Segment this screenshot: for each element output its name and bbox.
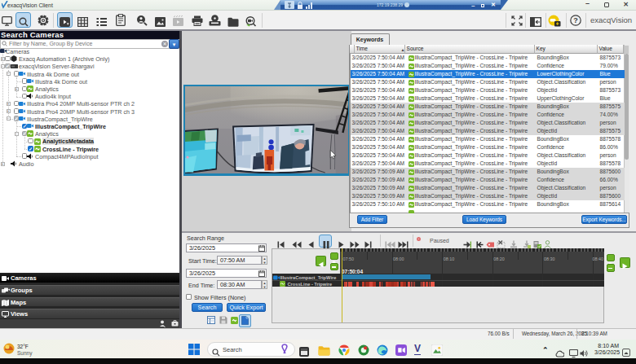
svg-text:?: ? [573,16,578,24]
